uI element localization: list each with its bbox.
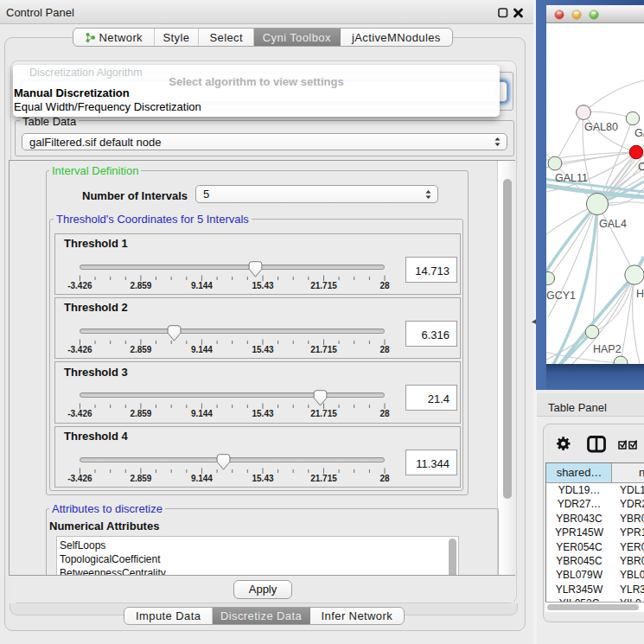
svg-text:GCY1: GCY1 (546, 290, 576, 302)
svg-text:GAL11: GAL11 (555, 172, 588, 184)
svg-text:GA: GA (634, 127, 644, 139)
svg-text:C: C (638, 161, 644, 173)
svg-text:GAL80: GAL80 (584, 121, 618, 133)
svg-text:H: H (636, 288, 644, 300)
svg-text:GAL4: GAL4 (599, 218, 627, 230)
svg-text:HAP2: HAP2 (593, 343, 622, 355)
